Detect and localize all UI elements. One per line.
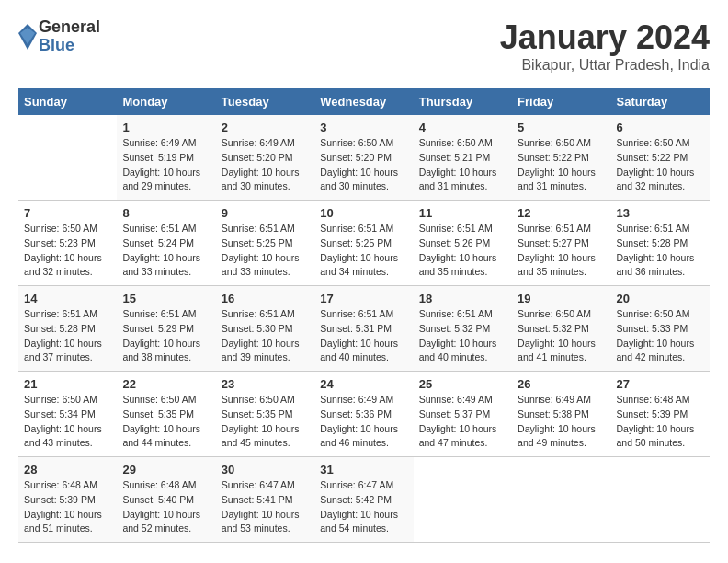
day-number: 11 (419, 206, 506, 220)
day-cell: 30Sunrise: 6:47 AMSunset: 5:41 PMDayligh… (216, 457, 314, 543)
day-info: Sunrise: 6:50 AMSunset: 5:23 PMDaylight:… (24, 222, 111, 280)
day-info: Sunrise: 6:49 AMSunset: 5:20 PMDaylight:… (222, 136, 309, 194)
day-cell: 4Sunrise: 6:50 AMSunset: 5:21 PMDaylight… (414, 115, 512, 201)
day-info: Sunrise: 6:51 AMSunset: 5:30 PMDaylight:… (222, 307, 309, 365)
day-number: 18 (419, 292, 506, 305)
header-cell-friday: Friday (512, 88, 610, 115)
day-cell: 22Sunrise: 6:50 AMSunset: 5:35 PMDayligh… (117, 372, 215, 457)
day-info: Sunrise: 6:51 AMSunset: 5:25 PMDaylight:… (222, 222, 309, 280)
day-info: Sunrise: 6:49 AMSunset: 5:19 PMDaylight:… (122, 136, 210, 194)
day-number: 8 (122, 206, 210, 220)
day-cell: 14Sunrise: 6:51 AMSunset: 5:28 PMDayligh… (18, 286, 117, 372)
day-cell: 7Sunrise: 6:50 AMSunset: 5:23 PMDaylight… (18, 201, 117, 286)
day-cell: 1Sunrise: 6:49 AMSunset: 5:19 PMDaylight… (117, 115, 215, 201)
day-cell: 28Sunrise: 6:48 AMSunset: 5:39 PMDayligh… (18, 457, 117, 543)
day-info: Sunrise: 6:48 AMSunset: 5:40 PMDaylight:… (122, 478, 210, 536)
day-cell (512, 457, 610, 543)
day-number: 1 (122, 121, 210, 134)
calendar-body: 1Sunrise: 6:49 AMSunset: 5:19 PMDaylight… (18, 115, 710, 543)
day-number: 14 (24, 292, 111, 305)
day-cell: 16Sunrise: 6:51 AMSunset: 5:30 PMDayligh… (216, 286, 314, 372)
day-info: Sunrise: 6:51 AMSunset: 5:27 PMDaylight:… (518, 222, 605, 280)
day-number: 21 (24, 377, 111, 391)
day-info: Sunrise: 6:50 AMSunset: 5:35 PMDaylight:… (222, 393, 309, 451)
day-info: Sunrise: 6:50 AMSunset: 5:33 PMDaylight:… (617, 307, 704, 365)
week-row-3: 14Sunrise: 6:51 AMSunset: 5:28 PMDayligh… (18, 286, 710, 372)
header-row: SundayMondayTuesdayWednesdayThursdayFrid… (18, 88, 710, 115)
logo: General Blue (18, 18, 100, 55)
day-number: 7 (24, 206, 111, 220)
day-number: 31 (320, 463, 407, 477)
header-cell-sunday: Sunday (18, 88, 117, 115)
day-number: 30 (222, 463, 309, 477)
week-row-1: 1Sunrise: 6:49 AMSunset: 5:19 PMDaylight… (18, 115, 710, 201)
day-info: Sunrise: 6:50 AMSunset: 5:32 PMDaylight:… (518, 307, 605, 365)
day-number: 3 (320, 121, 407, 134)
day-cell: 29Sunrise: 6:48 AMSunset: 5:40 PMDayligh… (117, 457, 215, 543)
day-number: 25 (419, 377, 506, 391)
calendar-header: SundayMondayTuesdayWednesdayThursdayFrid… (18, 88, 710, 115)
header-cell-saturday: Saturday (611, 88, 710, 115)
day-number: 6 (617, 121, 704, 134)
header-cell-monday: Monday (117, 88, 215, 115)
header-cell-tuesday: Tuesday (216, 88, 314, 115)
day-number: 15 (122, 292, 210, 305)
day-cell: 8Sunrise: 6:51 AMSunset: 5:24 PMDaylight… (117, 201, 215, 286)
day-info: Sunrise: 6:51 AMSunset: 5:32 PMDaylight:… (419, 307, 506, 365)
day-cell: 10Sunrise: 6:51 AMSunset: 5:25 PMDayligh… (314, 201, 413, 286)
day-info: Sunrise: 6:47 AMSunset: 5:41 PMDaylight:… (222, 478, 309, 536)
day-cell: 18Sunrise: 6:51 AMSunset: 5:32 PMDayligh… (414, 286, 512, 372)
day-cell: 31Sunrise: 6:47 AMSunset: 5:42 PMDayligh… (314, 457, 413, 543)
day-info: Sunrise: 6:49 AMSunset: 5:37 PMDaylight:… (419, 393, 506, 451)
day-info: Sunrise: 6:51 AMSunset: 5:25 PMDaylight:… (320, 222, 407, 280)
week-row-5: 28Sunrise: 6:48 AMSunset: 5:39 PMDayligh… (18, 457, 710, 543)
day-info: Sunrise: 6:50 AMSunset: 5:22 PMDaylight:… (617, 136, 704, 194)
day-cell: 11Sunrise: 6:51 AMSunset: 5:26 PMDayligh… (414, 201, 512, 286)
day-info: Sunrise: 6:50 AMSunset: 5:35 PMDaylight:… (122, 393, 210, 451)
day-info: Sunrise: 6:51 AMSunset: 5:28 PMDaylight:… (24, 307, 111, 365)
day-info: Sunrise: 6:48 AMSunset: 5:39 PMDaylight:… (617, 393, 704, 451)
day-cell: 19Sunrise: 6:50 AMSunset: 5:32 PMDayligh… (512, 286, 610, 372)
day-number: 12 (518, 206, 605, 220)
calendar-table: SundayMondayTuesdayWednesdayThursdayFrid… (18, 88, 710, 543)
calendar-subtitle: Bikapur, Uttar Pradesh, India (500, 57, 710, 74)
page-header: General Blue January 2024 Bikapur, Uttar… (18, 18, 710, 74)
day-number: 29 (122, 463, 210, 477)
day-cell: 20Sunrise: 6:50 AMSunset: 5:33 PMDayligh… (611, 286, 710, 372)
day-cell: 25Sunrise: 6:49 AMSunset: 5:37 PMDayligh… (414, 372, 512, 457)
day-cell (18, 115, 117, 201)
day-number: 2 (222, 121, 309, 134)
day-cell: 5Sunrise: 6:50 AMSunset: 5:22 PMDaylight… (512, 115, 610, 201)
day-cell: 23Sunrise: 6:50 AMSunset: 5:35 PMDayligh… (216, 372, 314, 457)
day-info: Sunrise: 6:50 AMSunset: 5:21 PMDaylight:… (419, 136, 506, 194)
day-info: Sunrise: 6:51 AMSunset: 5:31 PMDaylight:… (320, 307, 407, 365)
day-info: Sunrise: 6:51 AMSunset: 5:24 PMDaylight:… (122, 222, 210, 280)
day-cell: 27Sunrise: 6:48 AMSunset: 5:39 PMDayligh… (611, 372, 710, 457)
day-cell: 6Sunrise: 6:50 AMSunset: 5:22 PMDaylight… (611, 115, 710, 201)
day-info: Sunrise: 6:51 AMSunset: 5:28 PMDaylight:… (617, 222, 704, 280)
day-number: 17 (320, 292, 407, 305)
week-row-2: 7Sunrise: 6:50 AMSunset: 5:23 PMDaylight… (18, 201, 710, 286)
day-number: 9 (222, 206, 309, 220)
day-info: Sunrise: 6:47 AMSunset: 5:42 PMDaylight:… (320, 478, 407, 536)
day-info: Sunrise: 6:48 AMSunset: 5:39 PMDaylight:… (24, 478, 111, 536)
day-number: 13 (617, 206, 704, 220)
calendar-title: January 2024 (500, 18, 710, 57)
day-cell: 2Sunrise: 6:49 AMSunset: 5:20 PMDaylight… (216, 115, 314, 201)
day-cell (414, 457, 512, 543)
day-number: 19 (518, 292, 605, 305)
week-row-4: 21Sunrise: 6:50 AMSunset: 5:34 PMDayligh… (18, 372, 710, 457)
day-number: 24 (320, 377, 407, 391)
day-cell: 24Sunrise: 6:49 AMSunset: 5:36 PMDayligh… (314, 372, 413, 457)
day-number: 23 (222, 377, 309, 391)
day-number: 28 (24, 463, 111, 477)
logo-general-text: General (39, 18, 100, 37)
day-number: 10 (320, 206, 407, 220)
day-info: Sunrise: 6:50 AMSunset: 5:34 PMDaylight:… (24, 393, 111, 451)
day-number: 22 (122, 377, 210, 391)
day-cell: 13Sunrise: 6:51 AMSunset: 5:28 PMDayligh… (611, 201, 710, 286)
day-number: 5 (518, 121, 605, 134)
logo-icon (18, 24, 37, 50)
day-info: Sunrise: 6:51 AMSunset: 5:29 PMDaylight:… (122, 307, 210, 365)
day-cell: 12Sunrise: 6:51 AMSunset: 5:27 PMDayligh… (512, 201, 610, 286)
